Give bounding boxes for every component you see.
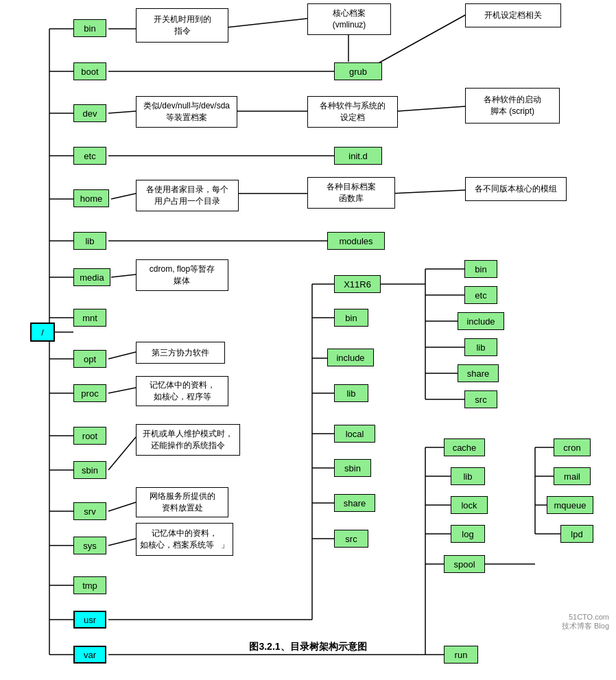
node-srv: srv [73,502,106,520]
svg-line-32 [111,274,136,277]
node-spool-lpd: lpd [560,525,593,543]
node-opt: opt [73,350,106,368]
node-spool-mail: mail [554,467,591,485]
desc-kernel-mod: 各不同版本核心的模组 [465,177,567,201]
node-initd: init.d [334,147,382,165]
node-x11r6-bin: bin [464,260,497,278]
svg-line-35 [108,437,136,470]
node-var-lock: lock [451,496,488,514]
watermark: 51CTO.com 技术博客 Blog [562,613,609,631]
node-home: home [73,189,109,207]
desc-bin: 开关机时用到的指令 [136,8,228,43]
node-dev: dev [73,104,106,122]
desc-boot-config: 开机设定档相关 [465,3,561,27]
node-spool-mqueue: mqueue [547,496,593,514]
node-x11r6-src: src [464,390,497,408]
node-usr-sbin: sbin [334,459,371,477]
svg-line-37 [108,539,136,546]
node-var-log: log [451,525,485,543]
node-usr: usr [73,611,106,629]
node-var-cache: cache [444,438,485,456]
svg-line-30 [391,190,465,194]
node-grub: grub [334,62,382,80]
node-x11r6-include: include [458,312,504,330]
node-usr-lib: lib [334,384,368,402]
node-x11r6-lib: lib [464,338,497,356]
node-x11r6-etc: etc [464,286,497,304]
desc-script: 各种软件的启动脚本 (script) [465,88,560,124]
desc-media: cdrom, flop等暂存媒体 [136,259,228,291]
node-bin: bin [73,19,106,37]
node-spool-cron: cron [554,438,591,456]
desc-srv: 网络服务所提供的资料放置处 [136,487,228,517]
svg-line-36 [108,502,136,511]
node-var-spool: spool [444,555,485,573]
node-usr-include: include [327,349,374,366]
desc-funcs: 各种目标档案函数库 [307,177,395,209]
svg-line-28 [111,194,136,199]
desc-sbin: 开机或单人维护模式时，还能操作的系统指令 [136,424,240,456]
node-x11r6-share: share [458,364,499,382]
node-proc: proc [73,384,106,402]
node-sys: sys [73,537,106,554]
svg-line-24 [108,111,136,113]
desc-vmlinuz: 核心档案(vmlinuz) [307,3,391,35]
node-modules: modules [327,232,385,250]
diagram: / bin boot dev etc home lib media mnt op… [0,0,616,659]
node-usr-local: local [334,425,375,443]
node-usr-src: src [334,530,368,548]
desc-home: 各使用者家目录，每个用户占用一个目录 [136,180,239,211]
node-tmp: tmp [73,576,106,594]
diagram-caption: 图3.2.1、目录树架构示意图 [0,641,616,653]
node-boot: boot [73,62,106,80]
node-usr-bin: bin [334,309,368,327]
node-usr-share: share [334,494,375,512]
desc-opt: 第三方协力软件 [136,342,225,364]
svg-line-26 [398,106,465,111]
node-etc: etc [73,147,106,165]
svg-line-33 [108,352,136,359]
node-var-lib: lib [451,467,485,485]
node-lib: lib [73,232,106,250]
node-mnt: mnt [73,309,106,327]
node-sbin: sbin [73,461,106,479]
svg-line-20 [226,19,307,27]
desc-soft: 各种软件与系统的设定档 [307,96,398,128]
node-media: media [73,268,110,286]
node-root: root [73,427,106,445]
node-x11r6: X11R6 [334,275,381,293]
root-node: / [30,323,55,342]
desc-proc: 记忆体中的资料，如核心，程序等 [136,376,228,406]
desc-sys: 记忆体中的资料，如核心，档案系统等 」 [136,523,233,556]
desc-dev: 类似/dev/null与/dev/sda等装置档案 [136,96,237,128]
svg-line-34 [108,388,136,393]
